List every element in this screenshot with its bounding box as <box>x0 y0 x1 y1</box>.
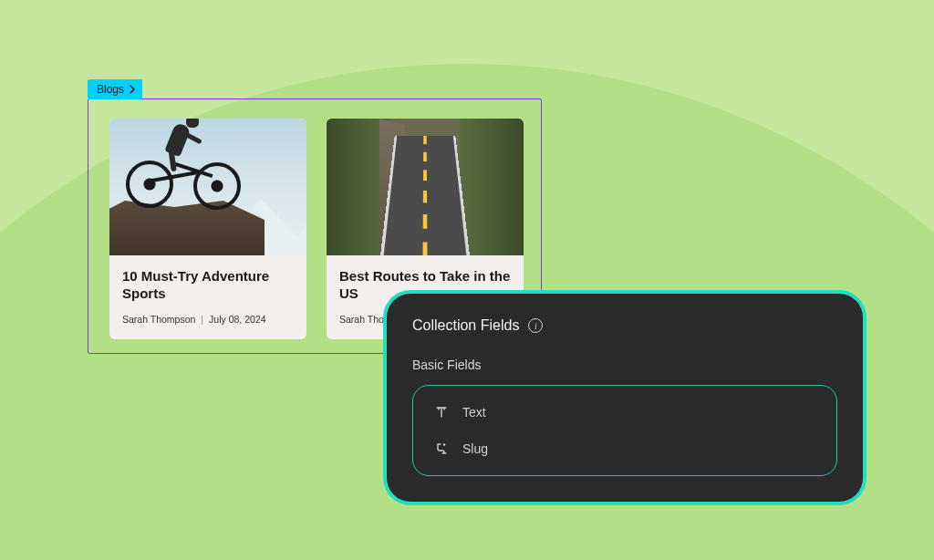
blog-card-body: 10 Must-Try Adventure Sports Sarah Thomp… <box>109 255 306 339</box>
blog-card[interactable]: 10 Must-Try Adventure Sports Sarah Thomp… <box>109 119 306 339</box>
blog-card-author: Sarah Thompson <box>122 314 195 325</box>
blog-card-image <box>109 119 306 255</box>
fields-box: Text Slug <box>412 385 837 476</box>
blogs-tag-label: Blogs <box>97 83 124 96</box>
blog-card-image <box>327 119 524 255</box>
field-option-label: Text <box>462 405 486 420</box>
field-option-text[interactable]: Text <box>430 399 820 426</box>
collection-fields-panel: Collection Fields i Basic Fields Text Sl… <box>383 290 867 505</box>
slug-icon <box>433 441 450 457</box>
text-icon <box>433 404 450 420</box>
info-icon[interactable]: i <box>528 318 543 333</box>
stage: Blogs 10 Must-Try Adventure Sport <box>0 0 934 560</box>
field-option-slug[interactable]: Slug <box>430 435 820 462</box>
blog-card-date: July 08, 2024 <box>209 314 265 325</box>
field-option-label: Slug <box>462 441 488 456</box>
panel-title: Collection Fields <box>412 317 519 334</box>
basic-fields-label: Basic Fields <box>412 358 837 372</box>
svg-point-0 <box>443 443 445 445</box>
blogs-tag[interactable]: Blogs <box>88 79 142 99</box>
meta-separator: | <box>201 314 203 325</box>
blog-card-title: 10 Must-Try Adventure Sports <box>122 268 294 303</box>
chevron-right-icon <box>128 85 137 94</box>
blog-card-meta: Sarah Thompson | July 08, 2024 <box>122 314 294 325</box>
collection-fields-panel-inner: Collection Fields i Basic Fields Text Sl… <box>387 294 863 502</box>
panel-title-row: Collection Fields i <box>412 317 837 334</box>
